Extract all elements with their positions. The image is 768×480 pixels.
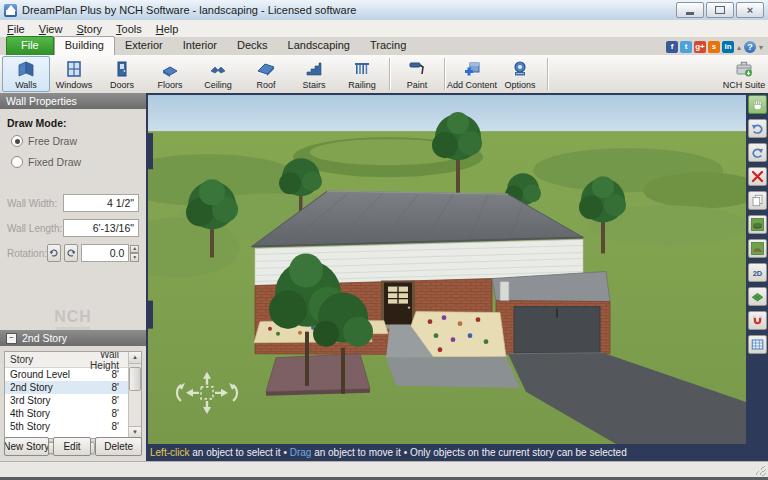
toolbar-floors-button[interactable]: Floors bbox=[146, 56, 194, 92]
toolbar-windows-button[interactable]: Windows bbox=[50, 56, 98, 92]
maximize-icon bbox=[715, 6, 725, 14]
side-door[interactable] bbox=[500, 282, 509, 301]
radio-icon[interactable] bbox=[11, 156, 23, 168]
garage[interactable] bbox=[492, 272, 610, 354]
facebook-icon[interactable]: f bbox=[666, 41, 678, 53]
toolbar-add-content-button[interactable]: Add Content bbox=[448, 56, 496, 92]
toolbar-roof-button[interactable]: Roof bbox=[242, 56, 290, 92]
table-row-5th-story[interactable]: 5th Story8' bbox=[5, 420, 129, 433]
table-row-ground-level[interactable]: Ground Level8' bbox=[5, 368, 129, 381]
toolbar-railing-button[interactable]: Railing bbox=[338, 56, 386, 92]
toolbar-doors-button[interactable]: Doors bbox=[98, 56, 146, 92]
delete-button[interactable] bbox=[748, 167, 767, 186]
toolbar-label: NCH Suite bbox=[723, 80, 766, 90]
toolbar-options-button[interactable]: Options bbox=[496, 56, 544, 92]
copy-button[interactable] bbox=[748, 191, 767, 210]
table-row-2nd-story[interactable]: 2nd Story8' bbox=[5, 381, 129, 394]
rotate-right-button[interactable] bbox=[64, 244, 78, 262]
pan-tool-button[interactable] bbox=[748, 95, 767, 114]
window-bottom-edge bbox=[0, 461, 768, 478]
status-text: Drag bbox=[290, 447, 312, 458]
undo-button[interactable] bbox=[748, 119, 767, 138]
wall-properties-header: Wall Properties bbox=[0, 93, 146, 109]
redo-icon bbox=[750, 145, 765, 160]
options-icon bbox=[510, 59, 530, 79]
toolbar-label: Paint bbox=[407, 80, 428, 90]
wall-length-field[interactable]: 6'-13/16" bbox=[63, 219, 139, 237]
splitter-handle[interactable] bbox=[148, 301, 153, 329]
walkway-apron[interactable] bbox=[386, 357, 520, 388]
wall-width-field[interactable]: 4 1/2" bbox=[63, 194, 139, 212]
toolbar-stairs-button[interactable]: Stairs bbox=[290, 56, 338, 92]
resize-grip[interactable] bbox=[756, 466, 766, 476]
view-plane-button[interactable] bbox=[748, 287, 767, 306]
vertical-scrollbar[interactable]: ▲ ▼ bbox=[128, 352, 141, 438]
status-text: an object to select it • bbox=[189, 447, 289, 458]
view-2d-button[interactable] bbox=[748, 263, 767, 282]
menu-story[interactable]: Story bbox=[69, 22, 109, 36]
snap-magnet-button[interactable] bbox=[748, 311, 767, 330]
3d-scene[interactable] bbox=[148, 95, 746, 444]
terrain-lower-button[interactable] bbox=[748, 215, 767, 234]
toolbar-label: Doors bbox=[110, 80, 134, 90]
help-icon[interactable]: ? bbox=[744, 41, 756, 53]
3d-viewport[interactable] bbox=[148, 95, 746, 444]
toolbar-ceiling-button[interactable]: Ceiling bbox=[194, 56, 242, 92]
tab-building[interactable]: Building bbox=[54, 36, 115, 55]
spin-down-icon[interactable]: ▼ bbox=[130, 253, 139, 262]
scroll-up-icon[interactable]: ▲ bbox=[129, 352, 141, 364]
new-story-button[interactable]: New Story bbox=[4, 437, 49, 456]
table-row-3rd-story[interactable]: 3rd Story8' bbox=[5, 394, 129, 407]
front-planter[interactable] bbox=[266, 354, 370, 396]
collapse-strip-icon[interactable]: ▴ bbox=[736, 43, 742, 52]
menu-view[interactable]: View bbox=[32, 22, 70, 36]
stairs-icon bbox=[304, 59, 324, 79]
google-plus-icon[interactable]: g+ bbox=[694, 41, 706, 53]
rotation-spinner[interactable]: ▲ ▼ bbox=[130, 245, 139, 262]
minimize-button[interactable] bbox=[676, 2, 704, 18]
tab-decks[interactable]: Decks bbox=[227, 37, 278, 55]
menu-file[interactable]: File bbox=[0, 22, 32, 36]
table-row-4th-story[interactable]: 4th Story8' bbox=[5, 407, 129, 420]
tab-interior[interactable]: Interior bbox=[173, 37, 227, 55]
close-button[interactable]: × bbox=[736, 2, 764, 18]
redo-button[interactable] bbox=[748, 143, 767, 162]
tab-landscaping[interactable]: Landscaping bbox=[278, 37, 360, 55]
viewport-frame: Left-click an object to select it • Drag… bbox=[146, 93, 768, 461]
rotate-left-button[interactable] bbox=[47, 244, 61, 262]
tab-tracing[interactable]: Tracing bbox=[360, 37, 416, 55]
toolbar-label: Options bbox=[504, 80, 535, 90]
share-icon[interactable]: s bbox=[708, 41, 720, 53]
undo-icon bbox=[750, 121, 765, 136]
splitter-handle[interactable] bbox=[148, 133, 153, 169]
tab-file[interactable]: File bbox=[6, 36, 54, 55]
wall-width-label: Wall Width: bbox=[7, 198, 63, 209]
draw-mode-fixed-draw[interactable]: Fixed Draw bbox=[11, 156, 139, 168]
terrain-raise-button[interactable] bbox=[748, 239, 767, 258]
menu-tools[interactable]: Tools bbox=[109, 22, 149, 36]
toolbar-walls-button[interactable]: Walls bbox=[2, 56, 50, 92]
walls-icon bbox=[16, 59, 36, 79]
dreamplan-window: DreamPlan Plus by NCH Software - landsca… bbox=[0, 0, 768, 480]
doors-icon bbox=[112, 59, 132, 79]
draw-mode-label: Draw Mode: bbox=[7, 117, 139, 129]
edit-story-button[interactable]: Edit bbox=[53, 437, 92, 456]
radio-icon[interactable] bbox=[11, 135, 23, 147]
nch-suite-icon bbox=[734, 59, 754, 79]
linkedin-icon[interactable]: in bbox=[722, 41, 734, 53]
delete-story-button[interactable]: Delete bbox=[95, 437, 142, 456]
toolbar-paint-button[interactable]: Paint bbox=[393, 56, 441, 92]
menu-help[interactable]: Help bbox=[149, 22, 186, 36]
draw-mode-free-draw[interactable]: Free Draw bbox=[11, 135, 139, 147]
grid-button[interactable] bbox=[748, 335, 767, 354]
toolbar-nch-suite-button[interactable]: NCH Suite bbox=[720, 56, 768, 92]
maximize-button[interactable] bbox=[706, 2, 734, 18]
collapse-icon[interactable]: − bbox=[6, 333, 17, 344]
tab-exterior[interactable]: Exterior bbox=[115, 37, 173, 55]
rotation-field[interactable]: 0.0 bbox=[81, 244, 129, 262]
spin-up-icon[interactable]: ▲ bbox=[130, 245, 139, 254]
vertical-scroll-thumb[interactable] bbox=[129, 367, 141, 391]
twitter-icon[interactable]: t bbox=[680, 41, 692, 53]
help-dropdown-icon[interactable]: ▾ bbox=[758, 43, 764, 52]
front-door[interactable] bbox=[381, 281, 415, 329]
